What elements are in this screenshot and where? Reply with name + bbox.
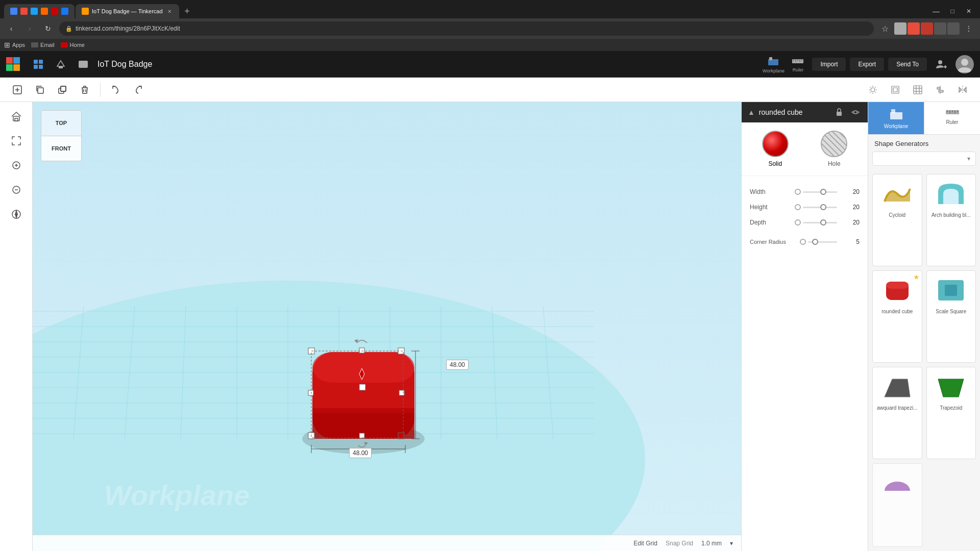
view-cube-top[interactable]: TOP (41, 111, 81, 136)
edit-grid-btn[interactable]: Edit Grid (633, 540, 657, 547)
undo-btn[interactable] (107, 81, 125, 99)
zoom-in-tool[interactable] (6, 155, 27, 176)
maximize-btn[interactable]: □ (945, 4, 960, 18)
scale-square-preview (936, 275, 966, 306)
snap-btn[interactable] (909, 81, 927, 99)
shape-item-cycloid[interactable]: Cycloid (872, 174, 922, 266)
svg-rect-89 (890, 112, 902, 119)
corner-radius-radio[interactable] (800, 239, 806, 245)
align-btn[interactable] (931, 81, 949, 99)
panel-collapse-btn[interactable]: ▲ (748, 108, 755, 116)
solid-option[interactable]: Solid (762, 131, 789, 167)
ruler-panel-btn[interactable]: Ruler (924, 102, 980, 134)
forward-btn[interactable]: › (22, 21, 37, 36)
close-btn[interactable]: ✕ (962, 4, 976, 18)
shape-item-partial-1[interactable] (872, 463, 922, 547)
shape-item-scale-square[interactable]: Scale Square (926, 270, 976, 363)
corner-radius-value[interactable]: 5 (841, 238, 860, 245)
copy-btn[interactable] (31, 81, 49, 99)
corner-radius-row: Corner Radius 5 (742, 234, 868, 249)
shape-item-arch[interactable]: Arch building bl... (926, 174, 976, 266)
browser-tab[interactable] (4, 4, 75, 18)
bookmark-btn[interactable]: ☆ (878, 21, 892, 36)
shape-item-rounded-cube[interactable]: ★ rounded cube (872, 270, 922, 363)
height-value[interactable]: 20 (841, 204, 860, 211)
width-slider[interactable] (803, 191, 837, 193)
shape-generators-dropdown[interactable]: All ▾ (872, 152, 976, 166)
depth-slider-handle[interactable] (820, 219, 826, 226)
duplicate-btn[interactable] (53, 81, 71, 99)
depth-slider[interactable] (803, 222, 837, 223)
delete-btn[interactable] (76, 81, 94, 99)
new-shape-btn[interactable] (8, 81, 27, 99)
refresh-btn[interactable]: ↻ (41, 21, 55, 36)
snap-grid-value[interactable]: 1.0 mm (701, 540, 722, 547)
shape-name-label: rounded cube (759, 108, 829, 116)
visible-property-btn[interactable] (849, 106, 862, 118)
ruler-btn[interactable]: Ruler (788, 54, 808, 74)
zoom-out-tool[interactable] (6, 180, 27, 200)
left-sidebar (0, 102, 33, 551)
trapezoid-preview (936, 371, 966, 402)
home-bookmark[interactable]: Home (61, 42, 85, 48)
shape-item-trapezoid[interactable]: Trapezoid (926, 367, 976, 459)
browser-chrome: IoT Dog Badge — Tinkercad ✕ + — □ ✕ ‹ › … (0, 0, 980, 51)
width-radio[interactable] (795, 189, 801, 195)
tab-close-btn[interactable]: ✕ (166, 8, 173, 15)
view-cube[interactable]: TOP FRONT (41, 110, 82, 161)
compass-tool[interactable] (6, 204, 27, 224)
menu-btn[interactable]: ⋮ (962, 21, 976, 36)
apps-bookmark[interactable]: ⊞ Apps (4, 41, 25, 49)
depth-radio[interactable] (795, 219, 801, 226)
redo-btn[interactable] (129, 81, 148, 99)
svg-line-35 (875, 87, 875, 87)
extension-icon-2[interactable] (908, 22, 920, 35)
fit-tool[interactable] (6, 131, 27, 151)
add-user-btn[interactable] (931, 54, 951, 74)
new-tab-btn[interactable]: + (180, 4, 194, 18)
height-slider-handle[interactable] (820, 204, 826, 210)
home-tool[interactable] (6, 106, 27, 127)
grid-view-btn[interactable] (30, 56, 46, 72)
height-row: Height 20 (742, 199, 868, 215)
light-btn[interactable] (864, 81, 882, 99)
height-radio[interactable] (795, 204, 801, 210)
arch-name: Arch building bl... (932, 212, 971, 218)
hole-option[interactable]: Hole (821, 131, 847, 167)
email-bookmark[interactable]: Email (31, 42, 55, 48)
user-avatar[interactable] (955, 55, 974, 73)
shape-item-trapezoid-awk[interactable]: awquard trapezi... (872, 367, 922, 459)
workplane-panel-btn[interactable]: Workplane (868, 102, 924, 134)
corner-radius-slider[interactable] (808, 241, 837, 243)
minimize-btn[interactable]: — (929, 4, 943, 18)
extension-icon[interactable] (894, 22, 906, 35)
address-bar[interactable]: 🔒 tinkercad.com/things/28n6PJltXcK/edit (59, 21, 874, 36)
tinkercad-logo[interactable] (6, 57, 20, 71)
back-btn[interactable]: ‹ (4, 21, 18, 36)
height-slider[interactable] (803, 207, 837, 208)
active-tab[interactable]: IoT Dog Badge — Tinkercad ✕ (76, 4, 179, 18)
svg-rect-51 (15, 118, 18, 121)
svg-rect-46 (939, 90, 943, 92)
width-slider-handle[interactable] (820, 189, 826, 195)
svg-rect-3 (39, 65, 43, 69)
extension-icon-4[interactable] (934, 22, 946, 35)
lock-property-btn[interactable] (833, 106, 845, 118)
send-to-btn[interactable]: Send To (888, 58, 927, 71)
width-value[interactable]: 20 (841, 188, 860, 195)
switch-btn[interactable] (75, 56, 91, 72)
svg-rect-22 (38, 88, 43, 93)
extension-icon-5[interactable] (947, 22, 960, 35)
extension-icon-3[interactable] (921, 22, 933, 35)
corner-radius-slider-handle[interactable] (812, 239, 818, 245)
view-cube-front[interactable]: FRONT (41, 136, 81, 161)
viewport[interactable]: Workplane 48.00 48.00 TOP FRONT Edit Gri… (33, 102, 741, 551)
design-btn[interactable] (53, 56, 69, 72)
depth-value[interactable]: 20 (841, 219, 860, 226)
view-3d-btn[interactable] (886, 81, 904, 99)
snap-grid-arrow[interactable]: ▾ (730, 540, 733, 547)
mirror-btn[interactable] (953, 81, 972, 99)
workplane-btn[interactable]: Workplane (763, 54, 783, 74)
export-btn[interactable]: Export (850, 58, 884, 71)
import-btn[interactable]: Import (812, 58, 846, 71)
